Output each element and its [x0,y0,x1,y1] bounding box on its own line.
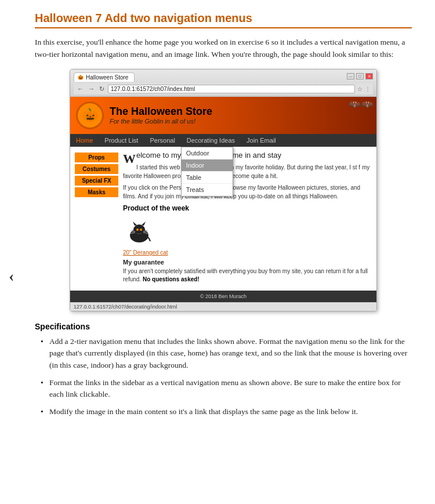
spec-item-2: Format the links in the sidebar as a ver… [41,377,412,401]
hw-product-of-week-heading: Product of the week [123,204,372,212]
hw-guarantee-title: My guarantee [123,259,372,266]
sidebar-link-masks[interactable]: Masks [75,187,118,197]
close-button[interactable]: ✕ [365,73,373,79]
prev-page-arrow[interactable]: ‹ [9,267,14,285]
reload-button[interactable]: ↻ [98,85,106,93]
sidebar-link-props[interactable]: Props [75,153,118,162]
pumpkin-icon: 🎃 [82,108,98,123]
hw-store-subtitle: For the little Goblin in all of us! [110,118,212,125]
sidebar-link-special-fx[interactable]: Special FX [75,176,118,186]
browser-tab-label: Halloween Store [86,74,128,81]
forward-button[interactable]: → [87,85,96,92]
minimize-button[interactable]: — [347,73,354,79]
back-button[interactable]: ← [76,85,85,92]
svg-marker-3 [142,222,146,226]
nav-item-product-list[interactable]: Product List [99,134,144,147]
browser-status-bar: 127.0.0.1:61572/ch07/decorating/indoor.h… [70,302,376,311]
dropdown-treats[interactable]: Treats [182,184,233,196]
hw-main-content: Welcome to my site. Please come in and s… [118,150,372,284]
hw-footer: © 2018 Ben Murach [70,291,376,302]
spec-item-3: Modify the image in the main content so … [41,406,412,418]
hw-title-block: The Halloween Store For the little Gobli… [110,106,212,125]
hw-nav: Home Product List Personal Decorating Id… [70,134,376,147]
hw-logo: 🎃 [76,101,104,129]
dropdown-menu: Outdoor Indoor Table Treats [181,147,233,197]
browser-icons: ☆ ⋮ [357,86,371,92]
svg-point-4 [136,229,139,231]
halloween-page: 🎃 The Halloween Store For the little Gob… [70,97,376,302]
svg-marker-2 [133,222,137,226]
menu-icon: ⋮ [365,86,371,92]
hw-product-link[interactable]: 20" Deranged cat [123,249,372,256]
specs-list: Add a 2-tier navigation menu that includ… [35,336,412,418]
hw-cat-image[interactable] [123,215,155,247]
dropdown-table[interactable]: Table [182,172,233,184]
nav-item-personal[interactable]: Personal [144,134,180,147]
specifications-section: Specifications Add a 2-tier navigation m… [35,322,412,418]
window-controls: — □ ✕ [347,73,373,79]
hw-body-text2: If you click on the Personal link, you c… [123,184,372,201]
svg-point-5 [140,229,142,231]
browser-chrome: 🎃 Halloween Store — □ ✕ ← → ↻ 127.0.0.1:… [70,70,376,97]
nav-item-join-email[interactable]: Join Email [241,134,282,147]
specs-title: Specifications [35,322,412,331]
hw-guarantee-bold: No questions asked! [143,276,200,282]
page-title: Halloween 7 Add two navigation menus [35,12,412,28]
sidebar-link-costumes[interactable]: Costumes [75,164,118,174]
nav-item-decorating[interactable]: Decorating Ideas Outdoor Indoor Table Tr… [181,134,241,147]
maximize-button[interactable]: □ [356,73,364,79]
welcome-big-letter: W [123,150,136,168]
dropdown-indoor[interactable]: Indoor [182,159,233,172]
hw-guarantee-text: If you aren't completely satisfied with … [123,267,372,284]
hw-sidebar: Props Costumes Special FX Masks [75,150,118,284]
dropdown-outdoor[interactable]: Outdoor [182,147,233,159]
tab-favicon: 🎃 [78,75,84,80]
svg-point-1 [133,224,145,235]
browser-tab[interactable]: 🎃 Halloween Store [74,72,135,82]
hw-welcome-heading: Welcome to my site. Please come in and s… [123,150,372,161]
hw-body-text1: I started this web site because Hallo n … [123,164,372,180]
intro-paragraph: In this exercise, you'll enhance the hom… [35,37,412,61]
bats-decoration-right: 🦇🦇 [348,98,374,111]
nav-decorating-label[interactable]: Decorating Ideas [181,134,241,147]
hw-header: 🎃 The Halloween Store For the little Gob… [70,97,376,134]
nav-item-home[interactable]: Home [70,134,99,147]
hw-store-title: The Halloween Store [110,106,212,118]
url-input[interactable]: 127.0.0.1:61572/ch07/index.html [108,85,355,93]
star-icon: ☆ [357,86,362,92]
browser-mockup: 🎃 Halloween Store — □ ✕ ← → ↻ 127.0.0.1:… [70,69,377,311]
address-bar: ← → ↻ 127.0.0.1:61572/ch07/index.html ☆ … [74,84,373,95]
spec-item-1: Add a 2-tier navigation menu that includ… [41,336,412,371]
